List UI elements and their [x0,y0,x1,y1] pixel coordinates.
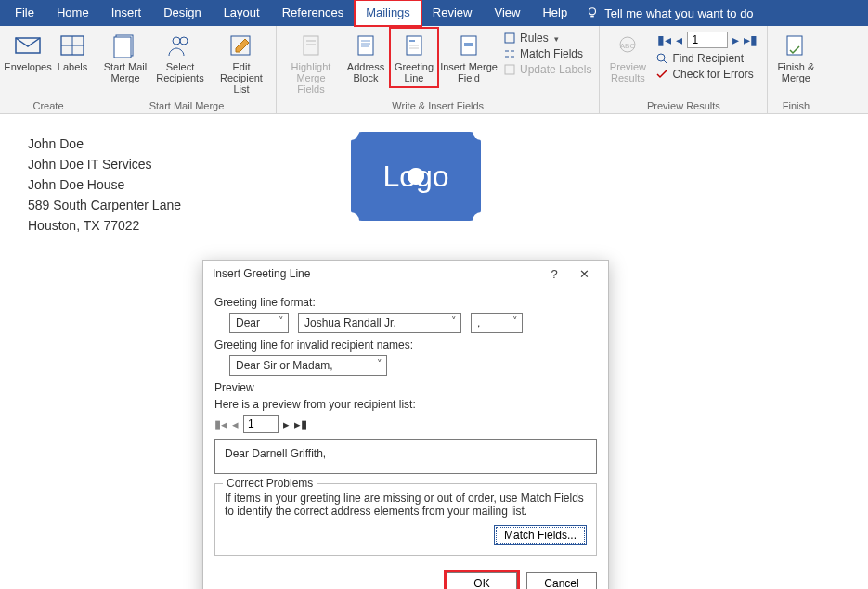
envelope-icon [13,32,43,59]
labels-label: Labels [58,61,87,72]
rules-button[interactable]: Rules [503,32,591,45]
correct-problems-legend: Correct Problems [223,477,317,490]
preview-record-input[interactable] [243,415,279,433]
logo-text: Logo [382,160,448,194]
label-icon [58,32,87,59]
select-recipients-icon [165,32,195,59]
invalid-label: Greeting line for invalid recipient name… [214,339,597,352]
preview-last-button[interactable]: ▸▮ [294,417,307,431]
logo-placeholder: Logo [351,132,481,221]
menu-mailings[interactable]: Mailings [355,0,421,26]
preview-section-label: Preview [214,381,597,394]
dialog-close-button[interactable]: ✕ [569,261,599,287]
envelopes-button[interactable]: Envelopes [4,28,52,76]
svg-point-8 [180,37,188,45]
menu-home[interactable]: Home [45,0,100,26]
greeting-line-button[interactable]: GreetingLine [390,28,438,87]
dialog-help-button[interactable]: ? [539,261,569,287]
insert-merge-field-icon [454,32,484,59]
check-errors-label: Check for Errors [672,68,753,81]
preview-results-button: ABC PreviewResults [603,28,652,87]
last-record-button[interactable]: ▸▮ [744,32,758,47]
punctuation-select[interactable]: , [471,313,523,333]
address-block-icon [351,32,381,59]
name-format-select[interactable]: Joshua Randall Jr. [298,313,461,333]
finish-merge-button[interactable]: Finish &Merge [771,28,820,87]
svg-text:ABC: ABC [620,42,636,50]
check-errors-button[interactable]: Check for Errors [655,68,759,81]
svg-rect-22 [464,43,473,46]
svg-rect-24 [505,65,514,74]
search-icon [655,52,668,65]
preview-next-button[interactable]: ▸ [283,417,290,431]
svg-rect-10 [304,36,318,55]
menu-review[interactable]: Review [421,0,484,26]
finish-merge-icon [781,32,810,59]
insert-merge-field-button[interactable]: Insert MergeField [438,28,499,87]
menu-file[interactable]: File [4,0,45,26]
preview-text: Dear Darnell Griffith, [225,447,326,460]
address-block-label: AddressBlock [347,61,384,83]
match-fields-button[interactable]: Match Fields [503,47,591,60]
menu-references[interactable]: References [271,0,355,26]
tell-me-label: Tell me what you want to do [604,6,753,20]
first-record-button[interactable]: ▮◂ [657,32,671,47]
ribbon-group-label-start: Start Mail Merge [149,99,225,113]
greeting-line-label: GreetingLine [395,61,434,83]
start-mail-merge-button[interactable]: Start MailMerge [101,28,149,87]
ribbon-group-preview: ABC PreviewResults ▮◂ ◂ ▸ ▸▮ Find Recipi… [600,26,768,113]
dialog-titlebar[interactable]: Insert Greeting Line ? ✕ [203,261,608,287]
ribbon-group-label-create: Create [32,99,63,113]
menu-layout[interactable]: Layout [213,0,271,26]
finish-merge-label: Finish &Merge [778,61,815,83]
menu-design[interactable]: Design [152,0,212,26]
cancel-button[interactable]: Cancel [526,572,597,589]
insert-merge-field-label: Insert MergeField [440,61,498,83]
update-labels-button: Update Labels [503,63,591,76]
preview-output: Dear Darnell Griffith, [214,439,597,474]
select-recipients-button[interactable]: SelectRecipients [149,28,211,87]
format-label: Greeting line format: [214,296,597,309]
svg-point-7 [173,37,180,45]
correct-problems-text: If items in your greeting line are missi… [225,492,587,518]
menu-view[interactable]: View [483,0,531,26]
svg-rect-13 [358,36,373,55]
svg-rect-6 [114,37,131,58]
preview-prev-button: ◂ [232,417,239,431]
ok-button[interactable]: OK [447,572,517,589]
find-recipient-label: Find Recipient [672,52,744,65]
greeting-line-icon [399,32,429,59]
salutation-select[interactable]: Dear [229,313,289,333]
find-recipient-button[interactable]: Find Recipient [655,52,759,65]
match-fields-icon [503,47,516,60]
envelopes-label: Envelopes [4,61,51,72]
address-block-button[interactable]: AddressBlock [342,28,390,87]
ribbon-group-create: Envelopes Labels Create [0,26,97,113]
correct-problems-fieldset: Correct Problems If items in your greeti… [214,483,597,556]
highlight-label: HighlightMerge Fields [282,61,340,95]
ribbon-group-finish: Finish &Merge Finish [768,26,823,113]
match-fields-dialog-button[interactable]: Match Fields... [494,525,587,545]
next-record-button[interactable]: ▸ [732,32,739,47]
labels-button[interactable]: Labels [52,28,93,76]
select-recipients-label: SelectRecipients [156,61,203,83]
invalid-greeting-select[interactable]: Dear Sir or Madam, [229,355,387,376]
record-number-input[interactable] [687,32,728,48]
ribbon-group-start-merge: Start MailMerge SelectRecipients EditRec… [97,26,277,113]
ribbon-group-label-preview: Preview Results [647,99,720,113]
edit-recipient-list-button[interactable]: EditRecipient List [211,28,272,98]
svg-line-28 [664,60,667,64]
rules-label: Rules [520,32,549,45]
update-labels-icon [503,63,516,76]
prev-record-button[interactable]: ◂ [676,32,682,47]
preview-results-icon: ABC [613,32,642,59]
menu-help[interactable]: Help [531,0,578,26]
tell-me-search[interactable]: Tell me what you want to do [586,6,753,20]
rules-icon [503,32,516,45]
menu-insert[interactable]: Insert [100,0,153,26]
ribbon-group-label-write: Write & Insert Fields [392,99,484,113]
preview-results-label: PreviewResults [610,61,646,83]
svg-rect-23 [505,33,514,43]
ribbon: Envelopes Labels Create Start MailMerge [0,26,868,114]
highlight-icon [296,32,326,59]
